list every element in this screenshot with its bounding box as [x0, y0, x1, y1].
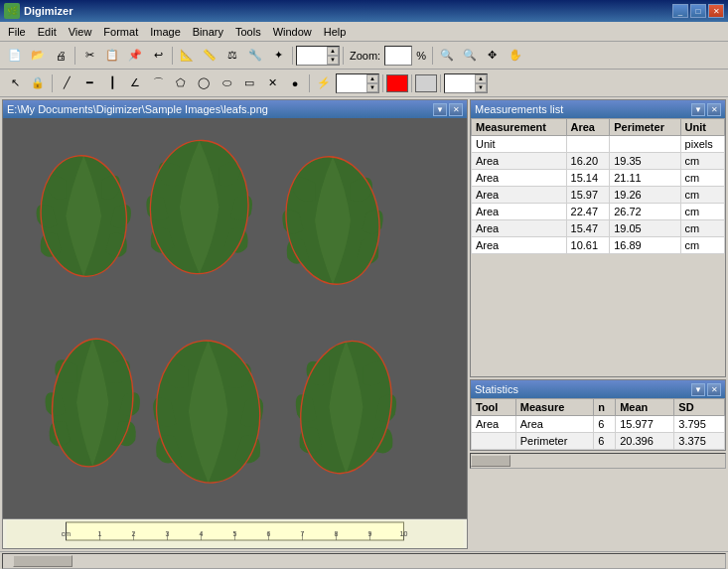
zoom-in-button[interactable]: 🔍 [436, 45, 458, 67]
meas-cell-measurement: Area [472, 237, 567, 254]
measure-1-button[interactable]: 📐 [176, 45, 198, 67]
menu-help[interactable]: Help [318, 24, 353, 40]
copy-button[interactable]: 📋 [101, 45, 123, 67]
spinbox-1-input[interactable]: 0 [297, 47, 327, 65]
vline-button[interactable]: ┃ [101, 72, 123, 94]
zoom-input[interactable]: 64 [384, 46, 412, 66]
measurements-row-5[interactable]: Area15.4719.05cm [472, 220, 725, 237]
spinbox-3-input[interactable]: 0 [445, 74, 475, 92]
menu-tools[interactable]: Tools [229, 24, 267, 40]
meas-cell-area: 10.61 [566, 237, 610, 254]
separator-7 [309, 74, 310, 92]
horizontal-scrollbar-thumb[interactable] [13, 555, 73, 567]
measurements-row-1[interactable]: Area16.2019.35cm [472, 153, 725, 170]
meas-cell-area: 16.20 [566, 153, 610, 170]
line-button[interactable]: ╱ [56, 72, 77, 94]
svg-text:cm: cm [62, 530, 72, 537]
hline-button[interactable]: ━ [78, 72, 100, 94]
color-picker-primary[interactable] [386, 74, 408, 92]
spinbox-2-up[interactable]: ▲ [366, 74, 378, 83]
meas-cell-perimeter: 19.05 [610, 220, 680, 237]
zoom-out-button[interactable]: 🔍 [459, 45, 481, 67]
statistics-panel: Statistics ▼ ✕ Tool Measure n Mean SD [470, 379, 726, 451]
meas-cell-measurement: Area [472, 187, 567, 204]
menu-edit[interactable]: Edit [32, 24, 63, 40]
separator-1 [74, 47, 75, 65]
menu-view[interactable]: View [63, 24, 98, 40]
measurements-row-2[interactable]: Area15.1421.11cm [472, 170, 725, 187]
measure-2-button[interactable]: 📏 [199, 45, 220, 67]
image-panel: E:\My Documents\Digimizer\Sample Images\… [2, 99, 468, 549]
statistics-minimize[interactable]: ▼ [691, 383, 705, 396]
dot-button[interactable]: ● [284, 72, 306, 94]
statistics-row-0[interactable]: AreaArea615.9773.795 [472, 416, 725, 433]
statistics-row-1[interactable]: Perimeter620.3963.375 [472, 433, 725, 450]
pan-button[interactable]: ✥ [482, 45, 504, 67]
magic-button[interactable]: ⚡ [313, 72, 335, 94]
image-panel-minimize[interactable]: ▼ [433, 103, 447, 116]
image-canvas[interactable] [3, 118, 467, 518]
svg-text:7: 7 [301, 530, 305, 537]
menu-binary[interactable]: Binary [187, 24, 229, 40]
measure-3-button[interactable]: ⚖ [221, 45, 243, 67]
right-scrollbar[interactable] [470, 453, 726, 469]
paste-button[interactable]: 📌 [124, 45, 146, 67]
menu-window[interactable]: Window [267, 24, 318, 40]
new-button[interactable]: 📄 [4, 45, 26, 67]
spinbox-1[interactable]: 0 ▲ ▼ [296, 46, 340, 66]
print-button[interactable]: 🖨 [50, 45, 72, 67]
image-panel-close[interactable]: ✕ [449, 103, 463, 116]
open-button[interactable]: 📂 [27, 45, 49, 67]
cut-button[interactable]: ✂ [78, 45, 100, 67]
menu-image[interactable]: Image [144, 24, 187, 40]
meas-cell-unit: cm [680, 187, 724, 204]
cross-button[interactable]: ✕ [261, 72, 283, 94]
close-button[interactable]: ✕ [708, 4, 724, 18]
spinbox-2-down[interactable]: ▼ [366, 83, 378, 92]
meas-cell-unit: cm [680, 153, 724, 170]
separator-9 [411, 74, 412, 92]
undo-button[interactable]: ↩ [147, 45, 169, 67]
meas-cell-perimeter: 16.89 [610, 237, 680, 254]
color-picker-secondary[interactable] [415, 74, 437, 92]
minimize-button[interactable]: _ [672, 4, 688, 18]
circle-button[interactable]: ◯ [193, 72, 215, 94]
col-area: Area [566, 119, 610, 136]
measurements-row-4[interactable]: Area22.4726.72cm [472, 204, 725, 220]
app-title: Digimizer [24, 5, 672, 17]
measurements-table-scroll[interactable]: Measurement Area Perimeter Unit Unitpixe… [471, 118, 725, 376]
menu-file[interactable]: File [2, 24, 32, 40]
curve-button[interactable]: ⌒ [147, 72, 169, 94]
separator-3 [292, 47, 293, 65]
pointer-button[interactable]: ↖ [4, 72, 26, 94]
app-icon: 🌿 [4, 3, 20, 19]
statistics-close[interactable]: ✕ [707, 383, 721, 396]
spinbox-3[interactable]: 0 ▲ ▼ [444, 73, 488, 93]
measurements-row-0[interactable]: Unitpixels [472, 136, 725, 153]
spinbox-2-input[interactable]: 0 [337, 74, 366, 92]
hand-button[interactable]: ✋ [505, 45, 526, 67]
measurements-minimize[interactable]: ▼ [691, 103, 705, 116]
measurements-close[interactable]: ✕ [707, 103, 721, 116]
polygon-button[interactable]: ⬠ [170, 72, 192, 94]
spinbox-1-up[interactable]: ▲ [327, 47, 339, 56]
measurements-row-6[interactable]: Area10.6116.89cm [472, 237, 725, 254]
ellipse-button[interactable]: ⬭ [216, 72, 237, 94]
leaves-svg [3, 118, 467, 518]
rect-button[interactable]: ▭ [238, 72, 260, 94]
angle-button[interactable]: ∠ [124, 72, 146, 94]
horizontal-scrollbar[interactable] [2, 553, 726, 569]
maximize-button[interactable]: □ [690, 4, 706, 18]
spinbox-2[interactable]: 0 ▲ ▼ [336, 73, 379, 93]
spinbox-3-up[interactable]: ▲ [475, 74, 487, 83]
measurements-row-3[interactable]: Area15.9719.26cm [472, 187, 725, 204]
measure-5-button[interactable]: ✦ [267, 45, 289, 67]
svg-text:2: 2 [132, 530, 136, 537]
spinbox-1-down[interactable]: ▼ [327, 56, 339, 65]
right-scrollbar-thumb[interactable] [471, 455, 510, 467]
measure-4-button[interactable]: 🔧 [244, 45, 266, 67]
menu-format[interactable]: Format [97, 24, 144, 40]
spinbox-3-down[interactable]: ▼ [475, 83, 487, 92]
measurements-title-bar: Measurements list ▼ ✕ [471, 100, 725, 118]
lock-button[interactable]: 🔒 [27, 72, 49, 94]
